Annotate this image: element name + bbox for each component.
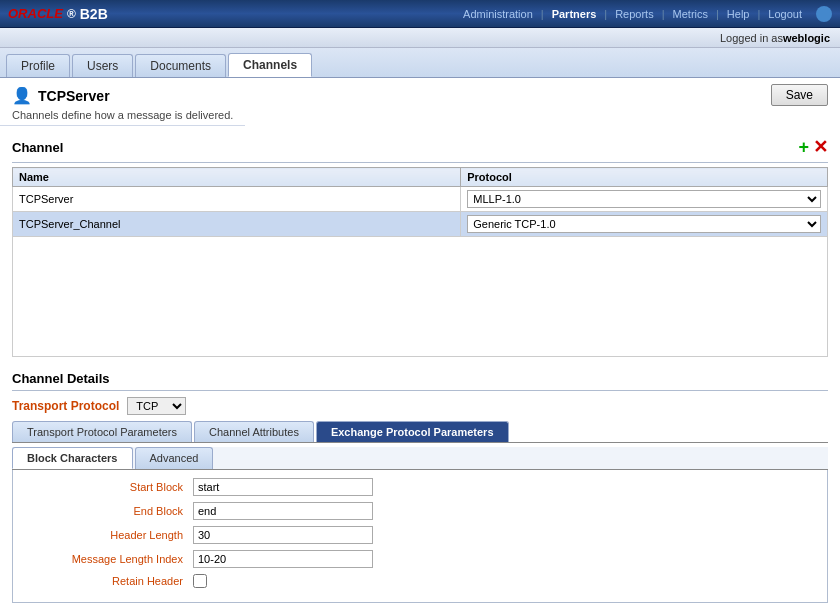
tab-block-characters[interactable]: Block Characters [12,447,133,469]
input-start-block[interactable] [193,478,373,496]
logged-in-user: weblogic [783,32,830,44]
logged-bar: Logged in as weblogic [0,28,840,48]
tab-transport-protocol-parameters[interactable]: Transport Protocol Parameters [12,421,192,442]
channel-details-header: Channel Details [12,367,828,391]
label-header-length: Header Length [33,529,193,541]
input-end-block[interactable] [193,502,373,520]
transport-protocol-label: Transport Protocol [12,399,119,413]
form-row-retain-header: Retain Header [33,574,807,588]
channel-label-text: Channel [12,140,63,155]
col-protocol: Protocol [461,168,828,187]
checkbox-retain-header[interactable] [193,574,207,588]
table-empty-row [13,237,828,357]
logo-registered: ® [67,7,76,21]
channel-section: Channel + ✕ Name Protocol TCPServer MLLP… [0,126,840,363]
label-start-block: Start Block [33,481,193,493]
tab-channels[interactable]: Channels [228,53,312,77]
top-nav: Administration | Partners | Reports | Me… [457,6,832,22]
nav-administration[interactable]: Administration [457,6,539,22]
nav-logout[interactable]: Logout [762,6,808,22]
label-end-block: End Block [33,505,193,517]
channel-protocol-cell: MLLP-1.0 [461,187,828,212]
sub-nav: Profile Users Documents Channels [0,48,840,78]
input-header-length[interactable] [193,526,373,544]
label-message-length-index: Message Length Index [33,553,193,565]
oracle-logo: ORACLE [8,6,63,21]
form-row-end-block: End Block [33,502,807,520]
channel-name-cell: TCPServer [13,187,461,212]
user-icon [816,6,832,22]
form-row-message-length-index: Message Length Index [33,550,807,568]
nav-metrics[interactable]: Metrics [667,6,714,22]
add-channel-icon[interactable]: + [798,137,809,158]
input-message-length-index[interactable] [193,550,373,568]
page-header-section: 👤 TCPServer Channels define how a messag… [0,78,840,126]
channel-name-cell-1: TCPServer_Channel [13,212,461,237]
top-bar: ORACLE ® B2B Administration | Partners |… [0,0,840,28]
server-icon: 👤 [12,86,32,105]
tab-advanced[interactable]: Advanced [135,447,214,469]
tab-documents[interactable]: Documents [135,54,226,77]
transport-protocol-select[interactable]: TCP HTTP FTP SFTP [127,397,186,415]
transport-protocol-row: Transport Protocol TCP HTTP FTP SFTP [12,397,828,415]
server-title: 👤 TCPServer [0,78,245,105]
form-section: Start Block End Block Header Length Mess… [12,470,828,603]
channel-protocol-select-1[interactable]: Generic TCP-1.0 [467,215,821,233]
inner-tabs: Block Characters Advanced [12,447,828,470]
nav-partners[interactable]: Partners [546,6,603,22]
page-title: TCPServer [38,88,110,104]
nav-reports[interactable]: Reports [609,6,660,22]
table-row[interactable]: TCPServer MLLP-1.0 [13,187,828,212]
label-retain-header: Retain Header [33,575,193,587]
channel-actions: + ✕ [798,136,828,158]
b2b-logo: B2B [80,6,108,22]
channel-protocol-select-0[interactable]: MLLP-1.0 [467,190,821,208]
channel-details: Channel Details Transport Protocol TCP H… [0,363,840,603]
protocol-tabs: Transport Protocol Parameters Channel At… [12,421,828,443]
page-title-area: 👤 TCPServer Channels define how a messag… [0,78,245,126]
tab-channel-attributes[interactable]: Channel Attributes [194,421,314,442]
nav-help[interactable]: Help [721,6,756,22]
main-content: 👤 TCPServer Channels define how a messag… [0,78,840,615]
form-row-header-length: Header Length [33,526,807,544]
channel-table: Name Protocol TCPServer MLLP-1.0 TCPServ… [12,167,828,357]
channel-protocol-cell-1: Generic TCP-1.0 [461,212,828,237]
form-row-start-block: Start Block [33,478,807,496]
logged-in-text: Logged in as [720,32,783,44]
col-name: Name [13,168,461,187]
channel-section-header: Channel + ✕ [12,132,828,163]
save-button[interactable]: Save [771,84,828,106]
table-row[interactable]: TCPServer_Channel Generic TCP-1.0 [13,212,828,237]
delete-channel-icon[interactable]: ✕ [813,136,828,158]
tab-profile[interactable]: Profile [6,54,70,77]
tab-exchange-protocol-parameters[interactable]: Exchange Protocol Parameters [316,421,509,442]
page-subtitle: Channels define how a message is deliver… [0,105,245,126]
logo: ORACLE ® B2B [8,6,108,22]
tab-users[interactable]: Users [72,54,133,77]
